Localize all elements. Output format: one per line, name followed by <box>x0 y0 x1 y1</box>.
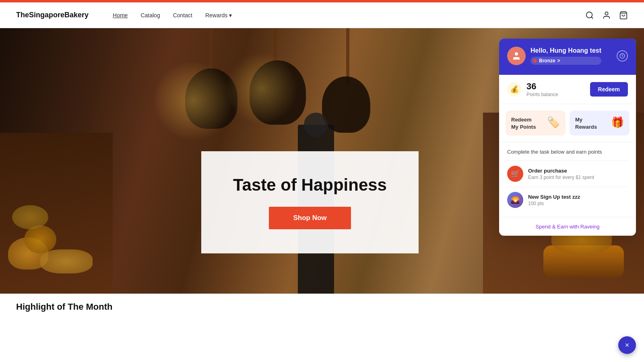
svg-point-0 <box>586 12 592 18</box>
task-order-purchase: 🛒 Order purchase Earn 3 point for every … <box>507 160 628 187</box>
points-section: 💰 36 Points balance Redeem <box>499 75 636 104</box>
user-info: Hello, Hung Hoang test Bronze > <box>530 47 601 65</box>
redeem-button[interactable]: Redeem <box>590 82 628 97</box>
nav-catalog[interactable]: Catalog <box>140 12 160 19</box>
person-head <box>304 113 328 137</box>
bread-4 <box>12 205 48 229</box>
nav-rewards[interactable]: Rewards ▾ <box>205 12 232 19</box>
my-rewards-card-icon: 🎁 <box>611 116 624 129</box>
tasks-title: Complete the task below and earn points <box>507 149 628 155</box>
my-rewards-card[interactable]: MyRewards 🎁 <box>570 111 630 136</box>
cart-icon[interactable] <box>619 11 628 20</box>
points-info: 36 Points balance <box>526 81 558 97</box>
rewards-panel: Hello, Hung Hoang test Bronze > 💰 36 Poi… <box>499 39 636 236</box>
points-label: Points balance <box>526 92 558 97</box>
hero-title: Taste of Happiness <box>217 175 402 195</box>
task-signup-name: New Sign Up test zzz <box>528 194 628 200</box>
user-name: Hello, Hung Hoang test <box>530 47 601 54</box>
main-nav: Home Catalog Contact Rewards ▾ <box>113 12 585 19</box>
tier-arrow: > <box>557 58 560 64</box>
panel-footer: Spend & Earn with Raveing <box>499 217 636 236</box>
logo: TheSingaporeBakery <box>16 11 89 19</box>
cards-row: RedeemMy Points 🏷️ MyRewards 🎁 <box>499 104 636 142</box>
redeem-points-card[interactable]: RedeemMy Points 🏷️ <box>506 111 566 136</box>
chevron-down-icon: ▾ <box>229 12 232 19</box>
tier-badge[interactable]: Bronze > <box>530 57 601 65</box>
task-signup-desc: 100 pts <box>528 201 628 206</box>
rewards-panel-header: Hello, Hung Hoang test Bronze > <box>499 39 636 75</box>
task-order-name: Order purchase <box>528 168 628 174</box>
points-value: 36 <box>526 81 558 92</box>
svg-line-1 <box>591 17 593 19</box>
bread-2 <box>24 225 56 253</box>
points-icon: 💰 <box>507 82 522 97</box>
task-signup-info: New Sign Up test zzz 100 pts <box>528 194 628 206</box>
nav-home[interactable]: Home <box>113 12 128 19</box>
nav-contact[interactable]: Contact <box>173 12 192 19</box>
highlight-title: Highlight of The Month <box>16 302 628 312</box>
header-icons <box>585 11 628 20</box>
redeem-card-icon: 🏷️ <box>547 116 560 129</box>
task-order-info: Order purchase Earn 3 point for every $1… <box>528 168 628 180</box>
dark-lamp-3 <box>322 76 370 133</box>
task-icon-signup: 🌄 <box>507 192 523 208</box>
lamp-chain-3 <box>346 28 349 84</box>
task-signup: 🌄 New Sign Up test zzz 100 pts <box>507 187 628 213</box>
svg-point-4 <box>515 52 518 56</box>
user-avatar <box>507 47 526 65</box>
task-order-desc: Earn 3 point for every $1 spent <box>528 175 628 180</box>
redeem-card-label: RedeemMy Points <box>511 116 536 131</box>
bronze-dot <box>533 59 537 63</box>
svg-point-2 <box>605 12 608 14</box>
search-icon[interactable] <box>585 11 594 20</box>
my-rewards-card-label: MyRewards <box>575 116 597 131</box>
raveing-link[interactable]: Spend & Earn with Raveing <box>536 224 600 230</box>
rewards-header-left: Hello, Hung Hoang test Bronze > <box>507 47 601 65</box>
page-bottom: Highlight of The Month <box>0 294 644 362</box>
tier-label: Bronze <box>539 58 555 64</box>
header: TheSingaporeBakery Home Catalog Contact … <box>0 2 644 28</box>
account-icon[interactable] <box>602 11 611 20</box>
task-icon-order: 🛒 <box>507 166 523 182</box>
dark-lamp-1 <box>185 68 237 129</box>
close-fab-button[interactable]: × <box>618 336 636 354</box>
hero-content-box: Taste of Happiness Shop Now <box>201 151 419 253</box>
bread-3 <box>40 249 93 274</box>
dark-lamp-2 <box>250 60 306 125</box>
tasks-section: Complete the task below and earn points … <box>499 142 636 213</box>
shop-now-button[interactable]: Shop Now <box>269 207 351 229</box>
history-icon[interactable] <box>617 50 628 62</box>
points-left: 💰 36 Points balance <box>507 81 558 97</box>
